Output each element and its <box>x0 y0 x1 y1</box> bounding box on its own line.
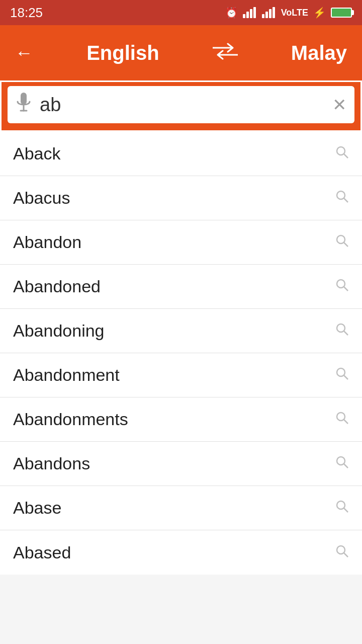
word-label: Abandonments <box>13 410 128 429</box>
svg-line-14 <box>344 198 348 202</box>
svg-rect-4 <box>262 14 264 18</box>
list-item[interactable]: Abandons <box>0 442 362 486</box>
volte-badge: VoLTE <box>281 8 308 18</box>
word-label: Abandon <box>13 232 81 252</box>
svg-rect-3 <box>253 7 256 18</box>
target-language-label[interactable]: Malay <box>291 42 347 64</box>
list-item[interactable]: Abandoned <box>0 265 362 309</box>
svg-line-26 <box>344 464 348 468</box>
source-language-label[interactable]: English <box>86 42 159 64</box>
search-input[interactable] <box>40 94 332 116</box>
svg-line-22 <box>344 375 348 379</box>
search-icon <box>335 455 349 472</box>
word-label: Abandoning <box>13 321 105 341</box>
svg-point-21 <box>337 368 345 376</box>
search-icon <box>335 145 349 163</box>
svg-rect-2 <box>250 9 252 18</box>
signal-icon-2 <box>262 7 276 18</box>
swap-languages-button[interactable] <box>213 42 238 64</box>
svg-point-27 <box>337 501 345 509</box>
battery-icon <box>331 8 352 18</box>
list-item[interactable]: Abandoning <box>0 309 362 353</box>
word-label: Abase <box>13 498 61 518</box>
svg-point-17 <box>337 280 345 288</box>
back-button[interactable]: ← <box>15 42 33 63</box>
svg-line-24 <box>344 420 348 424</box>
svg-rect-1 <box>246 12 249 18</box>
list-item[interactable]: Abacus <box>0 176 362 220</box>
search-container: ✕ <box>0 80 362 132</box>
svg-point-29 <box>337 546 345 554</box>
search-icon <box>335 189 349 207</box>
word-list: Aback Abacus Abandon Abandoned <box>0 132 362 575</box>
word-label: Abandons <box>13 454 90 473</box>
svg-line-30 <box>344 553 348 557</box>
list-item[interactable]: Aback <box>0 132 362 176</box>
charging-icon: ⚡ <box>313 7 326 19</box>
list-item[interactable]: Abase <box>0 486 362 530</box>
svg-rect-0 <box>243 14 245 18</box>
svg-rect-7 <box>273 7 275 18</box>
status-icons: ⏰ VoLTE ⚡ <box>225 7 352 19</box>
word-label: Abandoned <box>13 277 101 296</box>
list-item[interactable]: Abandon <box>0 220 362 265</box>
search-icon <box>335 544 349 561</box>
list-item[interactable]: Abandonment <box>0 353 362 397</box>
search-icon <box>335 499 349 517</box>
status-time: 18:25 <box>10 5 43 21</box>
clear-button[interactable]: ✕ <box>332 95 346 115</box>
svg-point-15 <box>337 235 345 244</box>
list-item[interactable]: Abandonments <box>0 397 362 442</box>
svg-rect-5 <box>265 12 268 18</box>
mic-icon[interactable] <box>16 93 32 117</box>
list-item[interactable]: Abased <box>0 530 362 575</box>
svg-rect-8 <box>21 93 27 105</box>
svg-point-25 <box>337 457 345 465</box>
svg-line-28 <box>344 508 348 512</box>
word-label: Abacus <box>13 188 70 208</box>
search-icon <box>335 278 349 295</box>
search-icon <box>335 233 349 251</box>
svg-line-20 <box>344 331 348 335</box>
word-label: Abased <box>13 543 71 562</box>
svg-point-23 <box>337 413 345 421</box>
svg-line-18 <box>344 287 348 291</box>
app-header: ← English Malay <box>0 25 362 80</box>
svg-point-11 <box>337 147 345 155</box>
svg-point-19 <box>337 324 345 332</box>
svg-line-12 <box>344 154 348 158</box>
search-icon <box>335 411 349 428</box>
svg-rect-6 <box>269 9 272 18</box>
alarm-icon: ⏰ <box>225 7 238 19</box>
svg-point-13 <box>337 191 345 199</box>
status-bar: 18:25 ⏰ VoLTE ⚡ <box>0 0 362 25</box>
word-label: Aback <box>13 144 61 164</box>
search-bar: ✕ <box>8 86 354 123</box>
search-icon <box>335 322 349 340</box>
search-icon <box>335 366 349 384</box>
signal-icon-1 <box>243 7 257 18</box>
word-label: Abandonment <box>13 365 120 385</box>
svg-line-16 <box>344 243 348 247</box>
